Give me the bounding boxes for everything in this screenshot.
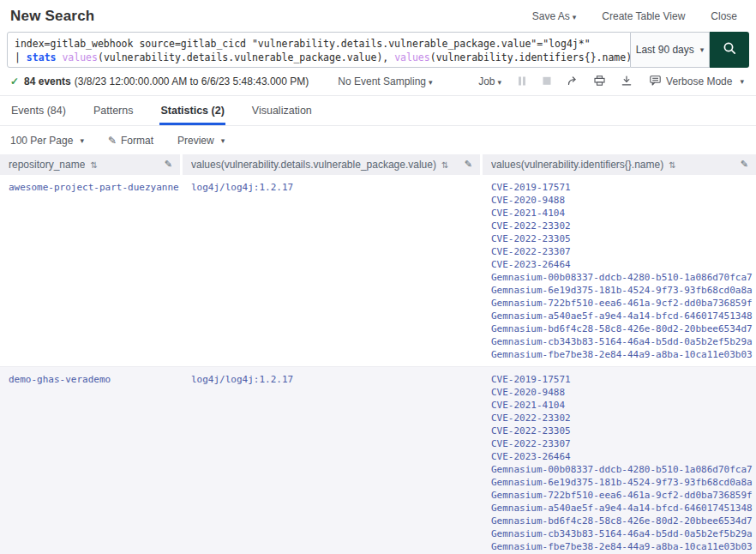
identifier-value[interactable]: Gemnasium-fbe7be38-2e84-44a9-a8ba-10ca11… — [491, 540, 753, 553]
top-bar: New Search Save As▾ Create Table View Cl… — [0, 0, 756, 25]
identifier-value[interactable]: CVE-2023-26464 — [491, 450, 753, 463]
identifier-value[interactable]: Gemnasium-cb343b83-5164-46a4-b5dd-0a5b2e… — [491, 527, 753, 540]
table-row: demo-ghas-verademolog4j/log4j:1.2.17CVE-… — [0, 367, 756, 554]
chevron-down-icon: ▾ — [498, 78, 502, 87]
chevron-down-icon: ▾ — [221, 136, 225, 145]
identifier-value[interactable]: Gemnasium-722bf510-eea6-461a-9cf2-dd0ba7… — [491, 297, 753, 310]
tab-patterns[interactable]: Patterns — [93, 96, 135, 125]
package-value[interactable]: log4j/log4j:1.2.17 — [191, 182, 293, 193]
repository-name-value[interactable]: awesome-project-part-duezyanne — [9, 182, 179, 193]
column-header-label: repository_name — [9, 159, 85, 171]
search-bar-group: index=gitlab_webhook source=gitlab_cicd … — [7, 32, 749, 68]
cell-package-value: log4j/log4j:1.2.17 — [183, 175, 483, 366]
chevron-down-icon: ▾ — [80, 136, 84, 145]
identifier-value[interactable]: Gemnasium-bd6f4c28-58c8-426e-80d2-20bbee… — [491, 515, 753, 527]
edit-column-icon[interactable]: ✎ — [465, 159, 472, 170]
identifier-value[interactable]: Gemnasium-fbe7be38-2e84-44a9-a8ba-10ca11… — [491, 348, 753, 361]
cell-identifiers: CVE-2019-17571CVE-2020-9488CVE-2021-4104… — [483, 367, 756, 554]
statistics-table: repository_name⇅✎values(vulnerability.de… — [0, 154, 756, 554]
query-line: | stats values(vulnerability.details.vul… — [15, 51, 623, 64]
identifier-value[interactable]: Gemnasium-00b08337-ddcb-4280-b510-1a086d… — [491, 271, 753, 284]
query-token: (vulnerability.identifiers{}.name) — [430, 51, 631, 63]
download-icon — [621, 75, 632, 88]
save-as-button[interactable]: Save As▾ — [532, 10, 577, 22]
identifier-value[interactable]: CVE-2021-4104 — [491, 207, 753, 220]
sort-icon[interactable]: ⇅ — [669, 160, 675, 170]
top-actions: Save As▾ Create Table View Close — [532, 8, 737, 22]
query-token: stats — [27, 51, 57, 63]
edit-column-icon[interactable]: ✎ — [741, 159, 748, 170]
pencil-icon: ✎ — [108, 135, 117, 147]
preview-menu[interactable]: Preview▾ — [177, 135, 225, 147]
table-body: awesome-project-part-duezyannelog4j/log4… — [0, 175, 756, 554]
repository-name-value[interactable]: demo-ghas-verademo — [9, 374, 111, 385]
results-tabs: Events (84)PatternsStatistics (2)Visuali… — [0, 96, 756, 126]
identifier-value[interactable]: CVE-2019-17571 — [491, 181, 753, 194]
identifier-value[interactable]: CVE-2022-23307 — [491, 437, 753, 450]
event-time-span: (3/8/23 12:00:00.000 AM to 6/6/23 5:48:4… — [75, 75, 309, 87]
identifier-value[interactable]: Gemnasium-722bf510-eea6-461a-9cf2-dd0ba7… — [491, 489, 753, 502]
format-button[interactable]: ✎Format — [108, 135, 153, 147]
export-button[interactable] — [621, 75, 632, 88]
chevron-down-icon: ▾ — [429, 78, 433, 87]
tab-visualization[interactable]: Visualization — [251, 96, 313, 125]
identifier-value[interactable]: Gemnasium-a540ae5f-a9e4-4a14-bfcd-646017… — [491, 502, 753, 515]
chevron-down-icon: ▾ — [700, 45, 705, 54]
page-title: New Search — [10, 8, 94, 25]
identifier-value[interactable]: Gemnasium-bd6f4c28-58c8-426e-80d2-20bbee… — [491, 322, 753, 335]
query-token: values — [394, 51, 430, 63]
identifier-value[interactable]: CVE-2020-9488 — [491, 194, 753, 207]
identifier-value[interactable]: CVE-2019-17571 — [491, 373, 753, 386]
identifier-value[interactable]: Gemnasium-a540ae5f-a9e4-4a14-bfcd-646017… — [491, 310, 753, 322]
share-button[interactable] — [567, 75, 578, 88]
identifier-value[interactable]: Gemnasium-6e19d375-181b-4524-9f73-93fb68… — [491, 476, 753, 489]
cell-package-value: log4j/log4j:1.2.17 — [183, 367, 483, 554]
cell-repository-name: awesome-project-part-duezyanne — [0, 175, 183, 366]
search-icon — [723, 41, 737, 58]
tab-statistics-2[interactable]: Statistics (2) — [159, 96, 225, 125]
identifier-value[interactable]: CVE-2020-9488 — [491, 386, 753, 399]
cell-repository-name: demo-ghas-verademo — [0, 367, 183, 554]
identifier-value[interactable]: Gemnasium-6e19d375-181b-4524-9f73-93fb68… — [491, 284, 753, 297]
query-token: index=gitlab_webhook source=gitlab_cicd … — [15, 38, 591, 50]
job-menu[interactable]: Job▾ — [478, 75, 501, 87]
identifier-value[interactable]: CVE-2022-23305 — [491, 232, 753, 245]
stop-button[interactable] — [543, 75, 551, 88]
close-button[interactable]: Close — [711, 10, 737, 22]
identifier-value[interactable]: Gemnasium-cb343b83-5164-46a4-b5dd-0a5b2e… — [491, 335, 753, 348]
print-icon — [594, 75, 605, 88]
identifier-value[interactable]: CVE-2022-23305 — [491, 425, 753, 437]
identifier-value[interactable]: CVE-2022-23307 — [491, 245, 753, 258]
tab-events-84[interactable]: Events (84) — [10, 96, 67, 125]
per-page-menu[interactable]: 100 Per Page▾ — [10, 135, 84, 147]
search-mode-menu[interactable]: Verbose Mode ▾ — [650, 75, 744, 88]
column-header-0[interactable]: repository_name⇅✎ — [0, 154, 183, 175]
identifier-value[interactable]: Gemnasium-00b08337-ddcb-4280-b510-1a086d… — [491, 463, 753, 476]
sort-icon[interactable]: ⇅ — [90, 160, 97, 170]
table-header: repository_name⇅✎values(vulnerability.de… — [0, 154, 756, 175]
search-query-input[interactable]: index=gitlab_webhook source=gitlab_cicd … — [7, 32, 631, 68]
query-token: | — [15, 51, 27, 63]
create-table-view-button[interactable]: Create Table View — [602, 10, 685, 22]
identifier-value[interactable]: CVE-2021-4104 — [491, 399, 753, 412]
verbose-mode-icon — [650, 75, 661, 88]
package-value[interactable]: log4j/log4j:1.2.17 — [191, 374, 293, 385]
time-range-picker[interactable]: Last 90 days ▾ — [631, 32, 710, 68]
column-header-1[interactable]: values(vulnerability.details.vulnerable_… — [183, 154, 483, 175]
edit-column-icon[interactable]: ✎ — [165, 159, 172, 170]
sort-icon[interactable]: ⇅ — [441, 160, 448, 170]
time-range-label: Last 90 days — [636, 44, 694, 56]
print-button[interactable] — [594, 75, 605, 88]
chevron-down-icon: ▾ — [740, 77, 744, 86]
pause-button[interactable] — [518, 75, 526, 88]
identifier-value[interactable]: CVE-2022-23302 — [491, 220, 753, 232]
query-line: index=gitlab_webhook source=gitlab_cicd … — [15, 37, 623, 51]
check-icon: ✓ — [10, 75, 19, 87]
search-mode-label: Verbose Mode — [666, 75, 732, 87]
column-header-label: values(vulnerability.identifiers{}.name) — [491, 159, 663, 171]
search-button[interactable] — [710, 32, 749, 68]
column-header-2[interactable]: values(vulnerability.identifiers{}.name)… — [483, 154, 756, 175]
identifier-value[interactable]: CVE-2022-23302 — [491, 412, 753, 425]
identifier-value[interactable]: CVE-2023-26464 — [491, 258, 753, 271]
event-sampling-menu[interactable]: No Event Sampling▾ — [338, 75, 432, 87]
